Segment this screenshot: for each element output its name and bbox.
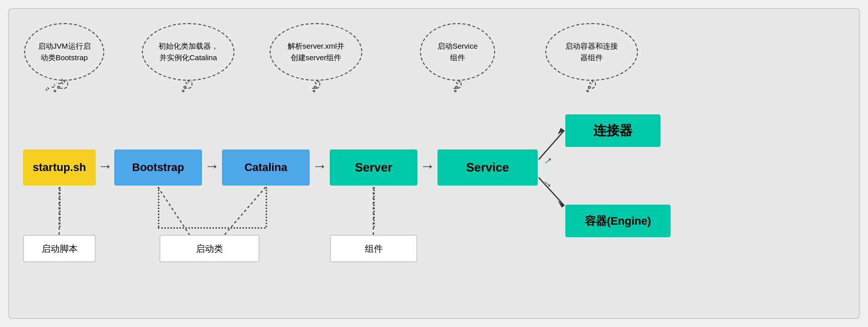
box-connector: 连接器 — [565, 114, 661, 147]
label-component-text: 组件 — [365, 243, 383, 255]
bubble-1-text: 启动JVM运行启 动类Bootstrap — [38, 41, 91, 63]
tail-dot-3a — [315, 80, 319, 84]
box-bootstrap: Bootstrap — [114, 149, 202, 186]
arrow-2: → — [204, 157, 220, 175]
bubble-1: 启动JVM运行启 动类Bootstrap — [24, 23, 104, 81]
bubble-5: 启动容器和连接 器组件 — [545, 23, 638, 81]
tail-dot-4b — [455, 86, 458, 89]
box-startup-label: startup.sh — [33, 161, 86, 174]
box-engine: 容器(Engine) — [565, 205, 671, 237]
tail-dot-2a — [185, 80, 189, 84]
tail-dot-2b — [183, 86, 186, 89]
diagram-container: 启动JVM运行启 动类Bootstrap 初始化类加载器， 并实例化Catali… — [8, 8, 860, 319]
label-startup-class-text: 启动类 — [196, 243, 223, 255]
arrow-4: → — [420, 157, 435, 175]
bubble-1-tail3 — [46, 87, 49, 91]
box-startup: startup.sh — [23, 149, 96, 186]
svg-marker-5 — [558, 128, 564, 134]
tail-dot-5b — [588, 86, 591, 89]
tail-dot-4c — [454, 90, 457, 92]
label-startup-class: 启动类 — [159, 235, 260, 262]
box-service-label: Service — [466, 160, 509, 175]
bubble-5-text: 启动容器和连接 器组件 — [565, 41, 618, 63]
label-startup-script-text: 启动脚本 — [42, 243, 78, 255]
arrow-to-connector: → — [539, 151, 557, 170]
box-service: Service — [438, 149, 538, 186]
tail-dot-1c — [54, 90, 56, 92]
box-connector-label: 连接器 — [593, 122, 632, 139]
bubble-2-text: 初始化类加载器， 并实例化Catalina — [158, 41, 219, 63]
tail-dot-4a — [456, 80, 460, 84]
label-component: 组件 — [330, 235, 417, 262]
bubble-1-tail2 — [50, 83, 55, 88]
label-startup-script: 启动脚本 — [23, 235, 96, 262]
tail-dot-1b — [57, 86, 60, 89]
box-catalina-label: Catalina — [245, 161, 288, 174]
bubble-3: 解析server.xml并 创建server组件 — [270, 23, 362, 81]
bubble-2: 初始化类加载器， 并实例化Catalina — [142, 23, 235, 81]
tail-dot-3c — [313, 90, 315, 92]
tail-dot-1a — [61, 80, 65, 84]
tail-dot-3b — [314, 86, 317, 89]
tail-dot-2c — [182, 90, 184, 92]
arrow-to-engine: → — [539, 175, 557, 193]
box-bootstrap-label: Bootstrap — [132, 161, 184, 174]
dotline-h-class — [158, 227, 266, 229]
box-engine-label: 容器(Engine) — [585, 214, 651, 229]
box-catalina: Catalina — [222, 149, 310, 186]
dotline-2b — [266, 187, 267, 227]
tail-dot-5a — [589, 80, 593, 84]
bubble-3-text: 解析server.xml并 创建server组件 — [288, 41, 344, 63]
bubble-4: 启动Service 组件 — [420, 23, 495, 81]
bubble-4-text: 启动Service 组件 — [438, 41, 478, 63]
arrow-1: → — [98, 157, 113, 175]
arrow-3: → — [312, 157, 327, 175]
box-server: Server — [330, 149, 417, 186]
dotline-3 — [373, 187, 375, 227]
box-server-label: Server — [355, 160, 392, 175]
dotline-1 — [59, 187, 61, 227]
tail-dot-5c — [586, 90, 589, 92]
dotline-2a — [158, 187, 159, 227]
svg-marker-7 — [558, 201, 564, 208]
